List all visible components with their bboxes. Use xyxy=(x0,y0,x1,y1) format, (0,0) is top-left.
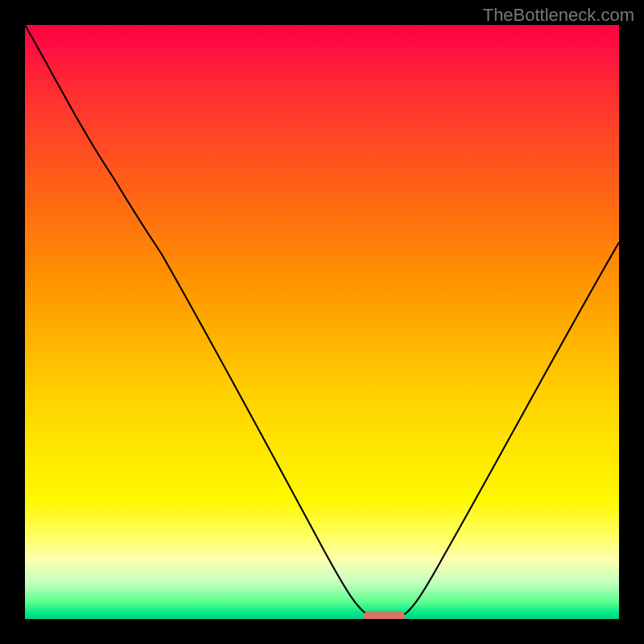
chart-svg xyxy=(25,25,619,619)
watermark-text: TheBottleneck.com xyxy=(483,5,634,26)
chart-plot-area xyxy=(25,25,619,619)
bottleneck-curve-line xyxy=(25,25,619,617)
optimal-range-marker xyxy=(363,611,405,619)
